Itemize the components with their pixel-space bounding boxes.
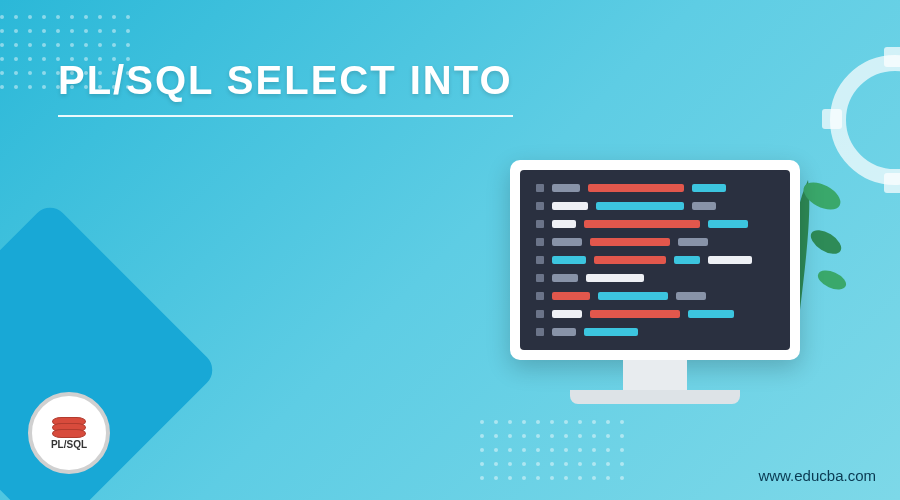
code-segment	[594, 256, 666, 264]
code-line	[536, 274, 774, 282]
code-line	[536, 220, 774, 228]
footer-url: www.educba.com	[758, 467, 876, 484]
svg-point-3	[807, 225, 845, 258]
code-segment	[692, 202, 716, 210]
monitor-frame	[510, 160, 800, 360]
code-segment	[692, 184, 726, 192]
code-line	[536, 292, 774, 300]
code-line	[536, 238, 774, 246]
code-segment	[584, 328, 638, 336]
code-segment	[552, 274, 578, 282]
code-segment	[590, 238, 670, 246]
code-segment	[552, 328, 576, 336]
decorative-dots-bottom	[480, 420, 640, 500]
code-segment	[552, 238, 582, 246]
code-segment	[552, 292, 590, 300]
code-segment	[552, 184, 580, 192]
banner: PL/SQL SELECT INTO PL/SQL www.educba.com	[0, 0, 900, 500]
monitor-stand-neck	[623, 360, 687, 390]
logo-label: PL/SQL	[51, 439, 87, 450]
code-segment	[590, 310, 680, 318]
svg-point-4	[815, 267, 849, 294]
code-segment	[586, 274, 644, 282]
code-segment	[552, 256, 586, 264]
code-line	[536, 328, 774, 336]
code-line	[536, 184, 774, 192]
code-segment	[588, 184, 684, 192]
code-segment	[688, 310, 734, 318]
code-line	[536, 202, 774, 210]
code-segment	[596, 202, 684, 210]
code-segment	[552, 202, 588, 210]
code-editor-screen	[520, 170, 790, 350]
code-segment	[708, 220, 748, 228]
code-segment	[674, 256, 700, 264]
code-segment	[598, 292, 668, 300]
code-segment	[678, 238, 708, 246]
code-line	[536, 256, 774, 264]
code-segment	[584, 220, 700, 228]
page-title: PL/SQL SELECT INTO	[58, 58, 513, 117]
database-icon	[52, 417, 86, 435]
code-segment	[676, 292, 706, 300]
plsql-logo: PL/SQL	[28, 392, 110, 474]
decorative-diamond	[0, 200, 220, 500]
code-segment	[552, 220, 576, 228]
code-segment	[552, 310, 582, 318]
monitor-illustration	[510, 160, 800, 404]
code-line	[536, 310, 774, 318]
monitor-stand-base	[570, 390, 740, 404]
code-segment	[708, 256, 752, 264]
